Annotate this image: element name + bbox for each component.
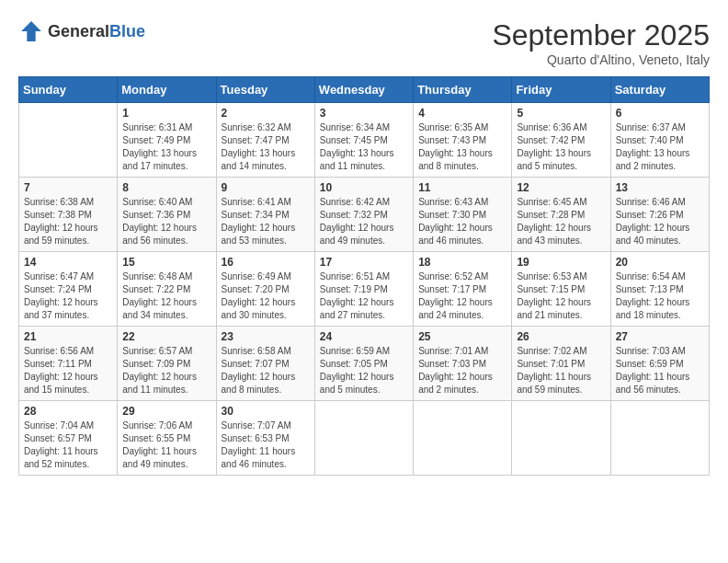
day-number: 3 xyxy=(320,107,408,120)
calendar-cell: 30Sunrise: 7:07 AM Sunset: 6:53 PM Dayli… xyxy=(216,401,314,476)
calendar-cell: 4Sunrise: 6:35 AM Sunset: 7:43 PM Daylig… xyxy=(414,103,512,178)
calendar-cell: 25Sunrise: 7:01 AM Sunset: 7:03 PM Dayli… xyxy=(414,327,512,401)
day-number: 15 xyxy=(122,256,210,269)
calendar-cell: 5Sunrise: 6:36 AM Sunset: 7:42 PM Daylig… xyxy=(512,103,610,178)
weekday-header: Saturday xyxy=(610,77,709,103)
day-number: 2 xyxy=(222,107,310,120)
cell-content: Sunrise: 6:51 AM Sunset: 7:19 PM Dayligh… xyxy=(320,270,408,322)
day-number: 19 xyxy=(517,256,605,269)
day-number: 1 xyxy=(122,107,210,120)
day-number: 29 xyxy=(122,405,210,418)
cell-content: Sunrise: 6:46 AM Sunset: 7:26 PM Dayligh… xyxy=(616,196,704,247)
calendar-week-row: 21Sunrise: 6:56 AM Sunset: 7:11 PM Dayli… xyxy=(19,327,710,401)
calendar-cell: 26Sunrise: 7:02 AM Sunset: 7:01 PM Dayli… xyxy=(512,327,610,401)
cell-content: Sunrise: 7:06 AM Sunset: 6:55 PM Dayligh… xyxy=(122,419,210,471)
calendar-cell: 6Sunrise: 6:37 AM Sunset: 7:40 PM Daylig… xyxy=(610,103,709,178)
title-block: September 2025 Quarto d'Altino, Veneto, … xyxy=(492,18,710,67)
calendar-cell: 11Sunrise: 6:43 AM Sunset: 7:30 PM Dayli… xyxy=(414,178,512,252)
day-number: 11 xyxy=(418,181,506,194)
cell-content: Sunrise: 7:07 AM Sunset: 6:53 PM Dayligh… xyxy=(222,419,310,471)
day-number: 22 xyxy=(122,330,210,343)
cell-content: Sunrise: 6:45 AM Sunset: 7:28 PM Dayligh… xyxy=(517,196,605,247)
cell-content: Sunrise: 7:04 AM Sunset: 6:57 PM Dayligh… xyxy=(24,419,112,471)
day-number: 28 xyxy=(24,405,112,418)
calendar-week-row: 1Sunrise: 6:31 AM Sunset: 7:49 PM Daylig… xyxy=(19,103,710,178)
calendar-cell: 15Sunrise: 6:48 AM Sunset: 7:22 PM Dayli… xyxy=(118,252,216,327)
calendar-cell: 20Sunrise: 6:54 AM Sunset: 7:13 PM Dayli… xyxy=(610,252,709,327)
cell-content: Sunrise: 6:35 AM Sunset: 7:43 PM Dayligh… xyxy=(418,121,506,173)
calendar-cell: 13Sunrise: 6:46 AM Sunset: 7:26 PM Dayli… xyxy=(610,178,709,252)
cell-content: Sunrise: 6:49 AM Sunset: 7:20 PM Dayligh… xyxy=(222,270,310,322)
day-number: 5 xyxy=(517,107,605,120)
day-number: 8 xyxy=(122,181,210,194)
calendar-cell xyxy=(414,401,512,476)
calendar-cell xyxy=(19,103,118,178)
day-number: 9 xyxy=(222,181,310,194)
calendar-cell: 9Sunrise: 6:41 AM Sunset: 7:34 PM Daylig… xyxy=(216,178,314,252)
calendar-cell: 1Sunrise: 6:31 AM Sunset: 7:49 PM Daylig… xyxy=(118,103,216,178)
day-number: 12 xyxy=(517,181,605,194)
weekday-header: Thursday xyxy=(414,77,512,103)
cell-content: Sunrise: 6:53 AM Sunset: 7:15 PM Dayligh… xyxy=(517,270,605,322)
calendar-cell: 17Sunrise: 6:51 AM Sunset: 7:19 PM Dayli… xyxy=(314,252,413,327)
calendar-cell: 3Sunrise: 6:34 AM Sunset: 7:45 PM Daylig… xyxy=(314,103,413,178)
calendar-cell: 7Sunrise: 6:38 AM Sunset: 7:38 PM Daylig… xyxy=(19,178,118,252)
month-title: September 2025 xyxy=(492,18,710,52)
calendar-table: SundayMondayTuesdayWednesdayThursdayFrid… xyxy=(18,76,710,476)
calendar-cell xyxy=(314,401,413,476)
weekday-header: Friday xyxy=(512,77,610,103)
cell-content: Sunrise: 6:47 AM Sunset: 7:24 PM Dayligh… xyxy=(24,270,112,322)
calendar-cell: 16Sunrise: 6:49 AM Sunset: 7:20 PM Dayli… xyxy=(216,252,314,327)
weekday-header: Monday xyxy=(118,77,216,103)
day-number: 27 xyxy=(616,330,704,343)
cell-content: Sunrise: 6:31 AM Sunset: 7:49 PM Dayligh… xyxy=(122,121,210,173)
day-number: 30 xyxy=(222,405,310,418)
cell-content: Sunrise: 6:37 AM Sunset: 7:40 PM Dayligh… xyxy=(616,121,704,173)
weekday-header: Sunday xyxy=(19,77,118,103)
cell-content: Sunrise: 6:34 AM Sunset: 7:45 PM Dayligh… xyxy=(320,121,408,173)
cell-content: Sunrise: 7:01 AM Sunset: 7:03 PM Dayligh… xyxy=(418,345,506,396)
cell-content: Sunrise: 7:02 AM Sunset: 7:01 PM Dayligh… xyxy=(517,345,605,396)
calendar-cell: 12Sunrise: 6:45 AM Sunset: 7:28 PM Dayli… xyxy=(512,178,610,252)
day-number: 13 xyxy=(616,181,704,194)
cell-content: Sunrise: 6:58 AM Sunset: 7:07 PM Dayligh… xyxy=(222,345,310,396)
day-number: 23 xyxy=(222,330,310,343)
page-header: GeneralBlue September 2025 Quarto d'Alti… xyxy=(18,18,710,67)
cell-content: Sunrise: 6:40 AM Sunset: 7:36 PM Dayligh… xyxy=(122,196,210,247)
calendar-cell: 27Sunrise: 7:03 AM Sunset: 6:59 PM Dayli… xyxy=(610,327,709,401)
calendar-week-row: 7Sunrise: 6:38 AM Sunset: 7:38 PM Daylig… xyxy=(19,178,710,252)
cell-content: Sunrise: 6:42 AM Sunset: 7:32 PM Dayligh… xyxy=(320,196,408,247)
cell-content: Sunrise: 6:59 AM Sunset: 7:05 PM Dayligh… xyxy=(320,345,408,396)
day-number: 26 xyxy=(517,330,605,343)
day-number: 10 xyxy=(320,181,408,194)
calendar-cell: 29Sunrise: 7:06 AM Sunset: 6:55 PM Dayli… xyxy=(118,401,216,476)
calendar-cell: 2Sunrise: 6:32 AM Sunset: 7:47 PM Daylig… xyxy=(216,103,314,178)
cell-content: Sunrise: 6:56 AM Sunset: 7:11 PM Dayligh… xyxy=(24,345,112,396)
cell-content: Sunrise: 6:36 AM Sunset: 7:42 PM Dayligh… xyxy=(517,121,605,173)
day-number: 6 xyxy=(616,107,704,120)
calendar-cell: 22Sunrise: 6:57 AM Sunset: 7:09 PM Dayli… xyxy=(118,327,216,401)
day-number: 24 xyxy=(320,330,408,343)
weekday-header: Tuesday xyxy=(216,77,314,103)
calendar-cell: 23Sunrise: 6:58 AM Sunset: 7:07 PM Dayli… xyxy=(216,327,314,401)
cell-content: Sunrise: 6:41 AM Sunset: 7:34 PM Dayligh… xyxy=(222,196,310,247)
calendar-week-row: 14Sunrise: 6:47 AM Sunset: 7:24 PM Dayli… xyxy=(19,252,710,327)
day-number: 18 xyxy=(418,256,506,269)
calendar-cell: 8Sunrise: 6:40 AM Sunset: 7:36 PM Daylig… xyxy=(118,178,216,252)
day-number: 7 xyxy=(24,181,112,194)
calendar-cell: 24Sunrise: 6:59 AM Sunset: 7:05 PM Dayli… xyxy=(314,327,413,401)
calendar-cell xyxy=(512,401,610,476)
calendar-cell: 28Sunrise: 7:04 AM Sunset: 6:57 PM Dayli… xyxy=(19,401,118,476)
day-number: 14 xyxy=(24,256,112,269)
cell-content: Sunrise: 6:54 AM Sunset: 7:13 PM Dayligh… xyxy=(616,270,704,322)
cell-content: Sunrise: 6:32 AM Sunset: 7:47 PM Dayligh… xyxy=(222,121,310,173)
header-row: SundayMondayTuesdayWednesdayThursdayFrid… xyxy=(19,77,710,103)
day-number: 4 xyxy=(418,107,506,120)
cell-content: Sunrise: 6:52 AM Sunset: 7:17 PM Dayligh… xyxy=(418,270,506,322)
cell-content: Sunrise: 6:43 AM Sunset: 7:30 PM Dayligh… xyxy=(418,196,506,247)
logo-icon xyxy=(18,18,44,44)
logo-text: GeneralBlue xyxy=(48,22,145,41)
weekday-header: Wednesday xyxy=(314,77,413,103)
cell-content: Sunrise: 6:48 AM Sunset: 7:22 PM Dayligh… xyxy=(122,270,210,322)
calendar-cell: 21Sunrise: 6:56 AM Sunset: 7:11 PM Dayli… xyxy=(19,327,118,401)
